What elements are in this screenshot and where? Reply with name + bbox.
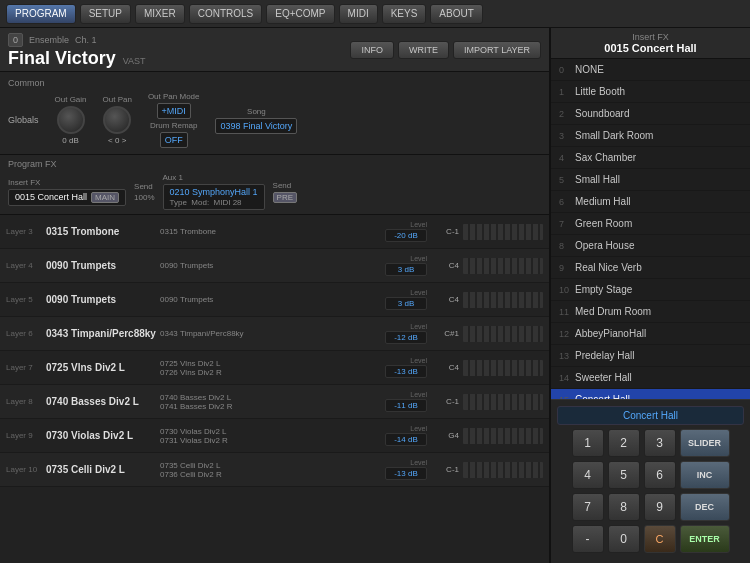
fx-insert-name: 0015 Concert Hall	[15, 192, 87, 202]
table-row[interactable]: Layer 8 0740 Basses Div2 L 0740 Basses D…	[0, 385, 549, 419]
layer-patch2: 0741 Basses Div2 R	[160, 402, 381, 411]
num-6-button[interactable]: 6	[644, 461, 676, 489]
channel-badge: 0	[8, 33, 23, 47]
nav-eq-comp[interactable]: EQ+COMP	[266, 4, 334, 24]
aux-value: 0210 SymphonyHall 1	[170, 187, 258, 197]
num-2-button[interactable]: 2	[608, 429, 640, 457]
layer-label: Layer 5	[6, 295, 42, 304]
fx-list-item[interactable]: 6 Medium Hall	[551, 191, 750, 213]
fx-num: 6	[559, 197, 575, 207]
write-button[interactable]: WRITE	[398, 41, 449, 59]
header-buttons: INFO WRITE IMPORT LAYER	[350, 41, 541, 59]
num-4-button[interactable]: 4	[572, 461, 604, 489]
num-7-button[interactable]: 7	[572, 493, 604, 521]
fx-list-item[interactable]: 9 Real Nice Verb	[551, 257, 750, 279]
layer-patch1: 0090 Trumpets	[160, 295, 381, 304]
layer-patch1: 0343 Timpani/Perc88ky	[160, 329, 381, 338]
table-row[interactable]: Layer 4 0090 Trumpets 0090 Trumpets Leve…	[0, 249, 549, 283]
note-label: C4	[431, 261, 459, 270]
out-pan-knob[interactable]	[103, 106, 131, 134]
info-button[interactable]: INFO	[350, 41, 394, 59]
layer-label: Layer 7	[6, 363, 42, 372]
nav-setup[interactable]: SETUP	[80, 4, 131, 24]
level-label: Level	[410, 425, 427, 432]
fx-item-name: Soundboard	[575, 108, 742, 119]
fx-num: 12	[559, 329, 575, 339]
note-label: G4	[431, 431, 459, 440]
table-row[interactable]: Layer 10 0735 Celli Div2 L 0735 Celli Di…	[0, 453, 549, 487]
layer-patch-area: 0740 Basses Div2 L 0741 Basses Div2 R	[160, 393, 381, 411]
dec-button[interactable]: DEC	[680, 493, 730, 521]
nav-mixer[interactable]: MIXER	[135, 4, 185, 24]
out-pan-mode-dropdown[interactable]: +MIDI	[157, 103, 191, 119]
fx-item-name: Sweeter Hall	[575, 372, 742, 383]
fx-list-item[interactable]: 2 Soundboard	[551, 103, 750, 125]
fx-aux-slot: Aux 1 0210 SymphonyHall 1 Type Mod: MIDI…	[163, 173, 265, 210]
fx-item-name: Green Room	[575, 218, 742, 229]
fx-item-name: Med Drum Room	[575, 306, 742, 317]
table-row[interactable]: Layer 3 0315 Trombone 0315 Trombone Leve…	[0, 215, 549, 249]
level-value: -14 dB	[385, 433, 427, 446]
nav-controls[interactable]: CONTROLS	[189, 4, 263, 24]
enter-button[interactable]: ENTER	[680, 525, 730, 553]
fx-insert-name-box[interactable]: 0015 Concert Hall MAIN	[8, 189, 126, 206]
fx-list-item[interactable]: 4 Sax Chamber	[551, 147, 750, 169]
ensemble-label: Ensemble	[29, 35, 69, 45]
fx-list-item[interactable]: 1 Little Booth	[551, 81, 750, 103]
fx-list-item[interactable]: 8 Opera House	[551, 235, 750, 257]
fx-list-item[interactable]: 13 Predelay Hall	[551, 345, 750, 367]
fx-num: 2	[559, 109, 575, 119]
fx-item-name: NONE	[575, 64, 742, 75]
clear-button[interactable]: C	[644, 525, 676, 553]
layer-label: Layer 8	[6, 397, 42, 406]
layer-level-area: Level -14 dB	[385, 425, 427, 446]
import-layer-button[interactable]: IMPORT LAYER	[453, 41, 541, 59]
table-row[interactable]: Layer 9 0730 Violas Div2 L 0730 Violas D…	[0, 419, 549, 453]
layer-patch1: 0740 Basses Div2 L	[160, 393, 381, 402]
nav-about[interactable]: ABOUT	[430, 4, 482, 24]
instrument-info: 0 Ensemble Ch. 1 Final Victory VAST	[8, 33, 340, 67]
fx-list-item[interactable]: 15 Concert Hall	[551, 389, 750, 399]
fx-list-item[interactable]: 3 Small Dark Room	[551, 125, 750, 147]
aux-box[interactable]: 0210 SymphonyHall 1 Type Mod: MIDI 28	[163, 184, 265, 210]
fx-insert-label: Insert FX	[8, 178, 126, 187]
table-row[interactable]: Layer 6 0343 Timpani/Perc88ky 0343 Timpa…	[0, 317, 549, 351]
fx-list-item[interactable]: 0 NONE	[551, 59, 750, 81]
nav-program[interactable]: PROGRAM	[6, 4, 76, 24]
table-row[interactable]: Layer 5 0090 Trumpets 0090 Trumpets Leve…	[0, 283, 549, 317]
fx-list-item[interactable]: 7 Green Room	[551, 213, 750, 235]
table-row[interactable]: Layer 7 0725 Vlns Div2 L 0725 Vlns Div2 …	[0, 351, 549, 385]
song-dropdown[interactable]: 0398 Final Victory	[215, 118, 297, 134]
slider-button[interactable]: SLIDER	[680, 429, 730, 457]
num-0-button[interactable]: 0	[608, 525, 640, 553]
fx-num: 3	[559, 131, 575, 141]
fx-list-item[interactable]: 14 Sweeter Hall	[551, 367, 750, 389]
fx-list-item[interactable]: 11 Med Drum Room	[551, 301, 750, 323]
fx-panel-name: 0015 Concert Hall	[559, 42, 742, 54]
instrument-header: 0 Ensemble Ch. 1 Final Victory VAST INFO…	[0, 28, 549, 72]
fx-item-name: Small Hall	[575, 174, 742, 185]
level-value: -20 dB	[385, 229, 427, 242]
num-9-button[interactable]: 9	[644, 493, 676, 521]
layer-name: 0315 Trombone	[46, 226, 156, 237]
midi-keys	[463, 224, 543, 240]
ch-label: Ch. 1	[75, 35, 97, 45]
fx-list-item[interactable]: 12 AbbeyPianoHall	[551, 323, 750, 345]
layer-label: Layer 4	[6, 261, 42, 270]
numpad-row-4: - 0 C ENTER	[557, 525, 744, 553]
layer-patch2: 0731 Violas Div2 R	[160, 436, 381, 445]
num-1-button[interactable]: 1	[572, 429, 604, 457]
num-3-button[interactable]: 3	[644, 429, 676, 457]
drum-remap-dropdown[interactable]: OFF	[160, 132, 188, 148]
num-5-button[interactable]: 5	[608, 461, 640, 489]
layer-name: 0730 Violas Div2 L	[46, 430, 156, 441]
fx-num: 4	[559, 153, 575, 163]
nav-keys[interactable]: KEYS	[382, 4, 427, 24]
minus-button[interactable]: -	[572, 525, 604, 553]
nav-midi[interactable]: MIDI	[339, 4, 378, 24]
out-gain-knob[interactable]	[57, 106, 85, 134]
inc-button[interactable]: INC	[680, 461, 730, 489]
fx-list-item[interactable]: 10 Empty Stage	[551, 279, 750, 301]
fx-list-item[interactable]: 5 Small Hall	[551, 169, 750, 191]
num-8-button[interactable]: 8	[608, 493, 640, 521]
